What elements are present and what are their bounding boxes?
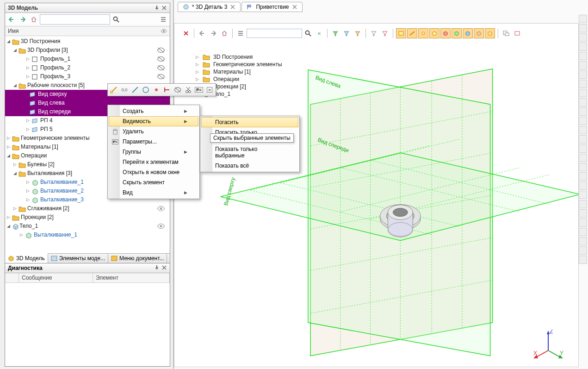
diag-col-element[interactable]: Элемент xyxy=(93,273,170,282)
right-tool-button[interactable] xyxy=(579,154,587,162)
float-node-button[interactable] xyxy=(151,85,161,95)
menu-properties[interactable]: P≡Параметры... xyxy=(109,137,198,147)
expander-icon[interactable]: ◢ xyxy=(6,39,11,44)
right-tool-button[interactable] xyxy=(579,117,587,125)
right-tool-button[interactable] xyxy=(579,237,587,245)
float-circle-button[interactable] xyxy=(141,85,151,95)
hidden-icon[interactable] xyxy=(157,74,165,80)
menu-delete[interactable]: Удалить xyxy=(109,126,198,137)
right-tool-button[interactable] xyxy=(579,126,587,134)
nav-back-button[interactable] xyxy=(197,28,207,38)
tab-model-elements[interactable]: Элементы моде... xyxy=(48,254,108,263)
right-tool-button[interactable] xyxy=(579,191,587,199)
submenu-show-selected[interactable]: Показать только выбранные xyxy=(201,144,298,161)
right-tool-button[interactable] xyxy=(579,200,587,208)
hidden-icon[interactable] xyxy=(157,65,165,71)
right-tool-button[interactable] xyxy=(579,209,587,218)
close-icon[interactable] xyxy=(161,5,167,11)
nav-path-input[interactable] xyxy=(40,14,110,25)
submenu-show-all[interactable]: Показать всё xyxy=(201,161,298,171)
visibility-column-icon[interactable] xyxy=(161,29,167,33)
tree-item-profiles[interactable]: ◢3D Профили [3] xyxy=(5,46,170,55)
right-tool-button[interactable] xyxy=(579,219,587,227)
right-tool-button[interactable] xyxy=(579,43,587,51)
menu-open-window[interactable]: Открыть в новом окне xyxy=(109,167,198,177)
right-tool-button[interactable] xyxy=(579,256,587,264)
tree-item-profile[interactable]: ▷Профиль_3 xyxy=(5,72,170,81)
tree-item-smoothings[interactable]: ▷Сглаживания [2] xyxy=(5,204,170,213)
select-body4-button[interactable] xyxy=(463,28,473,38)
export-view-button[interactable] xyxy=(512,28,522,38)
right-tool-button[interactable] xyxy=(579,163,587,171)
pin-icon[interactable] xyxy=(154,265,160,270)
select-body3-button[interactable] xyxy=(452,28,462,38)
menu-visibility[interactable]: Видимость▶ xyxy=(109,116,198,126)
submenu-hide[interactable]: Погасить xyxy=(201,117,298,127)
select-body5-button[interactable] xyxy=(474,28,484,38)
float-align-button[interactable] xyxy=(162,85,172,95)
right-tool-button[interactable] xyxy=(579,181,587,190)
close-icon[interactable] xyxy=(292,4,297,10)
float-properties-button[interactable]: P≡ xyxy=(194,85,204,95)
diag-col-message[interactable]: Сообщение xyxy=(19,273,93,282)
list-options-button[interactable] xyxy=(158,14,168,25)
nav-forward-button[interactable] xyxy=(18,14,28,25)
floating-toolbar[interactable]: 0,0 P≡ » xyxy=(107,83,216,96)
visible-icon[interactable] xyxy=(157,223,165,229)
doc-tab-welcome[interactable]: Приветствие xyxy=(241,2,302,12)
menu-groups[interactable]: Группы▶ xyxy=(109,147,198,157)
select-vertex-button[interactable] xyxy=(418,28,428,38)
right-tool-button[interactable] xyxy=(579,135,587,144)
right-tool-button[interactable] xyxy=(579,61,587,69)
menu-view[interactable]: Вид▶ xyxy=(109,188,198,198)
3d-scene[interactable]: Вид слева Вид спереди Вид сверху xyxy=(174,24,578,365)
menu-create[interactable]: Создать▶ xyxy=(109,106,198,116)
nav-home-button[interactable] xyxy=(29,14,39,25)
float-ruler-button[interactable]: 0,0 xyxy=(119,85,130,95)
hidden-icon[interactable] xyxy=(157,56,165,62)
float-hide-button[interactable] xyxy=(173,85,183,95)
right-tool-button[interactable] xyxy=(579,98,587,106)
right-tool-button[interactable] xyxy=(579,24,587,32)
right-tool-button[interactable] xyxy=(579,228,587,236)
nav-home-button[interactable] xyxy=(219,28,229,38)
select-body6-button[interactable] xyxy=(485,28,495,38)
right-tool-button[interactable] xyxy=(579,33,587,42)
select-body2-button[interactable] xyxy=(440,28,451,38)
menu-hide-element[interactable]: Скрыть элемент xyxy=(109,177,198,188)
orientation-triad[interactable]: Z X Y xyxy=(532,330,564,362)
pin-icon[interactable] xyxy=(154,5,160,11)
tree-item-body[interactable]: ◢Тело_1 xyxy=(5,222,170,231)
tree-item-root[interactable]: ◢3D Построения xyxy=(5,37,170,46)
right-tool-button[interactable] xyxy=(579,80,587,88)
select-face-button[interactable] xyxy=(396,28,406,38)
filter1-button[interactable] xyxy=(330,28,340,38)
filter2-button[interactable] xyxy=(341,28,352,38)
hidden-icon[interactable] xyxy=(157,47,165,53)
search-button[interactable] xyxy=(303,28,313,38)
close-icon[interactable] xyxy=(230,4,235,10)
right-tool-button[interactable] xyxy=(579,107,587,116)
float-cut-button[interactable] xyxy=(183,85,193,95)
tab-doc-menu[interactable]: Меню документ... xyxy=(108,254,167,263)
viewport-search-input[interactable] xyxy=(247,29,302,38)
right-tool-button[interactable] xyxy=(579,144,587,153)
list-button[interactable] xyxy=(235,28,246,38)
tree-item-body-extrusion[interactable]: ▷Выталкивание_1 xyxy=(5,231,170,239)
collapse-button[interactable]: « xyxy=(314,28,324,38)
filter5-button[interactable] xyxy=(380,28,390,38)
menu-goto[interactable]: Перейти к элементам xyxy=(109,157,198,167)
float-more-button[interactable]: » xyxy=(204,85,215,95)
right-tool-button[interactable] xyxy=(579,172,587,181)
filter3-button[interactable] xyxy=(353,28,363,38)
tab-3d-model[interactable]: 3D Модель xyxy=(5,253,48,263)
close-icon[interactable] xyxy=(161,265,167,270)
nav-back-button[interactable] xyxy=(6,14,17,25)
nav-forward-button[interactable] xyxy=(208,28,218,38)
select-edge-button[interactable] xyxy=(407,28,417,38)
tree-item-projections[interactable]: ▷Проекции [2] xyxy=(5,213,170,222)
select-body1-button[interactable] xyxy=(429,28,439,38)
3d-canvas[interactable]: « ▷3D Построения ▷Геометрические элем xyxy=(174,23,579,367)
float-line-button[interactable] xyxy=(130,85,140,95)
doc-tab-detail[interactable]: * 3D Деталь 3 xyxy=(178,2,241,12)
